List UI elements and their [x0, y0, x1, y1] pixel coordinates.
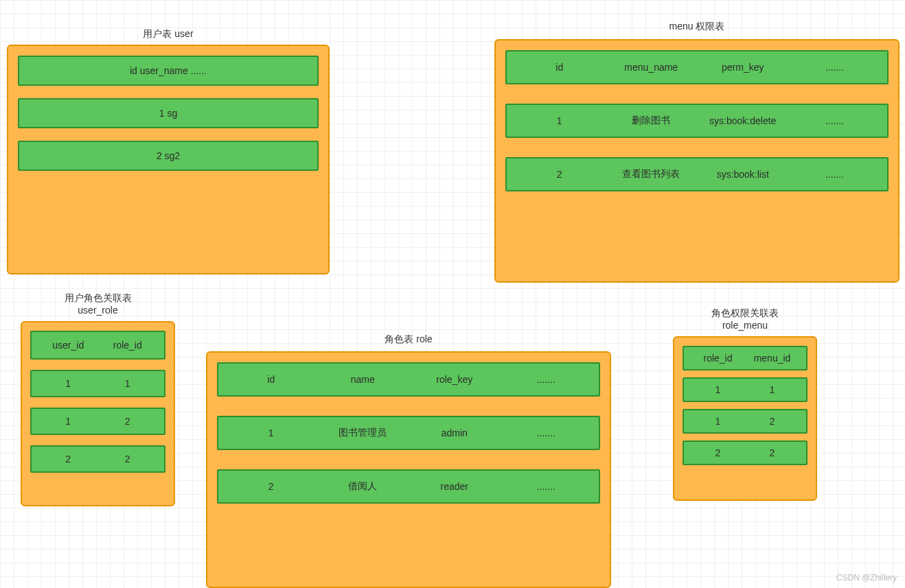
cell: 1: [514, 115, 606, 126]
cell: perm_key: [697, 62, 789, 73]
watermark: CSDN @Zhillery: [836, 573, 897, 583]
cell: id: [514, 62, 606, 73]
cell: .......: [789, 62, 881, 73]
cell: 2: [745, 416, 799, 427]
cell: sys:book:delete: [697, 115, 789, 126]
cell: 1: [38, 378, 98, 389]
cell: menu_name: [606, 62, 698, 73]
table-row: 1 sg: [18, 98, 319, 128]
table-row: 1 1: [683, 377, 807, 402]
cell: .......: [501, 374, 593, 385]
user-table-title: 用户表 user: [7, 27, 330, 40]
cell: 2: [745, 447, 799, 458]
cell: 1: [225, 427, 317, 438]
cell: role_key: [409, 374, 501, 385]
cell: sys:book:list: [697, 169, 789, 180]
table-row: 2 2: [683, 440, 807, 465]
cell: id: [225, 374, 317, 385]
role-menu-table: role_id menu_id 1 1 1 2 2 2: [673, 336, 817, 501]
user-role-header: user_id role_id: [30, 331, 165, 360]
user-table-header: id user_name ......: [18, 56, 319, 86]
cell: reader: [409, 481, 501, 492]
user-table-header-cell: id user_name ......: [26, 65, 310, 76]
cell: admin: [409, 427, 501, 438]
menu-table: id menu_name perm_key ....... 1 删除图书 sys…: [494, 39, 900, 283]
cell: .......: [789, 115, 881, 126]
cell: 2: [225, 481, 317, 492]
cell: role_id: [691, 353, 745, 364]
cell: 1: [98, 378, 158, 389]
cell: name: [317, 374, 409, 385]
cell: .......: [501, 427, 593, 438]
role-menu-header: role_id menu_id: [683, 346, 807, 371]
cell: 1: [691, 384, 745, 395]
cell: 2: [98, 416, 158, 427]
cell: .......: [501, 481, 593, 492]
cell: 删除图书: [606, 115, 698, 127]
table-row: 2 借阅人 reader .......: [217, 469, 600, 504]
cell: .......: [789, 169, 881, 180]
menu-table-title: menu 权限表: [494, 20, 900, 32]
role-table: id name role_key ....... 1 图书管理员 admin .…: [206, 351, 611, 588]
cell: 2: [514, 169, 606, 180]
cell: role_id: [98, 340, 158, 351]
table-row: 1 图书管理员 admin .......: [217, 416, 600, 450]
table-row: 1 2: [30, 408, 165, 435]
cell: 2: [38, 454, 98, 464]
menu-table-header: id menu_name perm_key .......: [505, 50, 889, 84]
table-row: 1 删除图书 sys:book:delete .......: [505, 104, 889, 138]
role-table-title: 角色表 role: [206, 333, 611, 345]
cell: menu_id: [745, 353, 799, 364]
user-role-table-title: 用户角色关联表 user_role: [21, 292, 175, 316]
cell: 2: [691, 447, 745, 458]
cell: user_id: [38, 340, 98, 351]
cell: 1: [691, 416, 745, 427]
cell: 2 sg2: [26, 150, 310, 161]
cell: 查看图书列表: [606, 168, 698, 180]
cell: 1: [38, 416, 98, 427]
table-row: 2 查看图书列表 sys:book:list .......: [505, 157, 889, 191]
table-row: 2 sg2: [18, 141, 319, 171]
cell: 借阅人: [317, 480, 409, 493]
table-row: 1 1: [30, 370, 165, 397]
cell: 图书管理员: [317, 427, 409, 439]
table-row: 1 2: [683, 409, 807, 434]
role-table-header: id name role_key .......: [217, 362, 600, 397]
role-menu-table-title: 角色权限关联表 role_menu: [673, 307, 817, 331]
cell: 2: [98, 454, 158, 464]
user-role-table: user_id role_id 1 1 1 2 2 2: [21, 321, 175, 506]
table-row: 2 2: [30, 445, 165, 473]
cell: 1: [745, 384, 799, 395]
user-table: id user_name ...... 1 sg 2 sg2: [7, 45, 330, 274]
cell: 1 sg: [26, 108, 310, 119]
